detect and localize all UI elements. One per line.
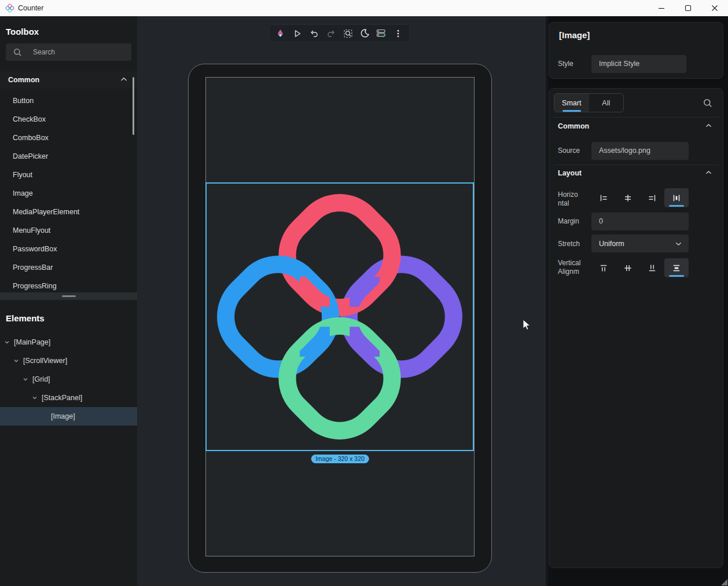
close-icon — [711, 5, 718, 12]
chevron-down-icon[interactable] — [32, 395, 38, 401]
element-tree-label: [MainPage] — [0, 333, 137, 351]
toolbox-item-list: ButtonCheckBoxComboBoxDatePickerFlyoutIm… — [0, 91, 137, 294]
hot-design-flame-button[interactable] — [273, 26, 288, 41]
chevron-up-icon[interactable] — [120, 77, 127, 82]
element-tree-label: [ScrollViewer] — [0, 351, 137, 370]
toolbox-item-combobox[interactable]: ComboBox — [0, 129, 137, 147]
valign-bottom-button[interactable] — [640, 258, 664, 277]
element-tree-item[interactable]: [Image] — [0, 407, 137, 426]
selected-element-title: [Image] — [559, 30, 590, 40]
toolbox-item-progressring[interactable]: ProgressRing — [0, 277, 137, 294]
minimize-icon — [658, 5, 665, 12]
valign-top-button[interactable] — [591, 258, 616, 277]
toolbox-item-passwordbox[interactable]: PasswordBox — [0, 240, 137, 258]
stretch-value: Uniform — [599, 240, 624, 248]
selection-outline[interactable] — [205, 182, 474, 451]
maximize-icon — [685, 5, 692, 12]
chevron-down-icon[interactable] — [13, 358, 19, 364]
zoom-selection-icon — [343, 28, 353, 38]
window-resize-grip[interactable] — [721, 579, 727, 585]
tab-all[interactable]: All — [589, 94, 624, 112]
properties-panel: [Image] Style Implicit Style Smart All C… — [548, 16, 728, 586]
chevron-up-icon[interactable] — [705, 170, 712, 175]
source-label: Source — [558, 146, 588, 155]
halign-right-button[interactable] — [640, 188, 664, 207]
play-icon — [293, 29, 302, 38]
vertical-alignment-label: Vertical Alignm — [558, 259, 588, 276]
section-divider — [554, 117, 719, 118]
property-tabs: Smart All — [554, 93, 624, 112]
toolbox-item-flyout[interactable]: Flyout — [0, 166, 137, 184]
zoom-to-selection-button[interactable] — [340, 26, 355, 41]
toolbox-item-menuflyout[interactable]: MenuFlyout — [0, 221, 137, 240]
element-tree-item[interactable]: [Grid] — [0, 370, 137, 389]
align-bottom-icon — [648, 264, 656, 272]
maximize-button[interactable] — [675, 0, 701, 16]
selection-size-badge: Image - 320 x 320 — [311, 455, 369, 463]
more-options-button[interactable] — [391, 26, 406, 41]
toolbox-item-progressbar[interactable]: ProgressBar — [0, 258, 137, 277]
align-center-icon — [624, 264, 632, 272]
halign-stretch-button[interactable] — [664, 188, 689, 207]
align-center-icon — [624, 194, 632, 202]
minimize-button[interactable] — [648, 0, 675, 16]
style-input[interactable]: Implicit Style — [591, 55, 686, 73]
vertical-alignment-group — [591, 258, 689, 277]
redo-icon — [326, 29, 336, 38]
design-canvas[interactable]: Image - 320 x 320 — [137, 16, 548, 586]
margin-input[interactable]: 0 — [591, 213, 689, 230]
tab-smart[interactable]: Smart — [554, 94, 589, 112]
flame-icon — [275, 28, 285, 38]
chevron-down-icon[interactable] — [23, 376, 28, 382]
titlebar[interactable]: Counter — [0, 0, 728, 16]
kebab-menu-icon — [394, 29, 403, 38]
toolbox-item-mediaplayerelement[interactable]: MediaPlayerElement — [0, 203, 137, 221]
layout-section-header: Layout — [558, 169, 582, 177]
halign-center-button[interactable] — [616, 188, 640, 207]
toolbox-title: Toolbox — [6, 27, 39, 36]
element-tree-item[interactable]: [MainPage] — [0, 333, 137, 351]
toolbox-section-common[interactable]: Common — [0, 71, 137, 89]
theme-toggle-button[interactable] — [357, 26, 372, 41]
moon-icon — [360, 28, 370, 38]
toolbox-search-input[interactable]: Search — [6, 43, 131, 61]
validation-button[interactable] — [374, 26, 389, 41]
valign-stretch-button[interactable] — [664, 258, 689, 277]
active-tab-indicator — [562, 110, 581, 112]
close-button[interactable] — [701, 0, 728, 16]
chevron-down-icon[interactable] — [4, 339, 10, 345]
elements-title: Elements — [6, 313, 45, 323]
undo-button[interactable] — [307, 26, 322, 41]
element-tree-item[interactable]: [StackPanel] — [0, 389, 137, 407]
toolbox-item-checkbox[interactable]: CheckBox — [0, 110, 137, 129]
element-tree-item[interactable]: [ScrollViewer] — [0, 351, 137, 370]
toolbox-item-datepicker[interactable]: DatePicker — [0, 147, 137, 166]
property-search-button[interactable] — [702, 97, 714, 109]
play-button[interactable] — [290, 26, 305, 41]
margin-label: Margin — [558, 217, 588, 226]
properties-card: Smart All Common Source Assets/logo.png … — [549, 88, 723, 568]
selected-option-indicator — [669, 275, 684, 277]
align-left-icon — [600, 194, 608, 202]
toolbox-item-image[interactable]: Image — [0, 184, 137, 203]
element-tree-label: [Image] — [0, 407, 137, 426]
toolbox-scrollbar[interactable] — [133, 77, 134, 135]
valign-center-button[interactable] — [616, 258, 640, 277]
toolbox-item-button[interactable]: Button — [0, 91, 137, 110]
section-header-label: Common — [8, 76, 39, 84]
align-stretch-icon — [672, 264, 681, 272]
stretch-select[interactable]: Uniform — [591, 235, 689, 252]
panel-splitter[interactable] — [0, 292, 137, 300]
halign-left-button[interactable] — [591, 188, 616, 207]
selected-element-card: [Image] Style Implicit Style — [549, 22, 723, 79]
redo-button[interactable] — [323, 26, 339, 41]
chevron-up-icon[interactable] — [705, 123, 712, 128]
align-stretch-icon — [672, 194, 681, 202]
search-icon — [703, 98, 712, 108]
style-label: Style — [558, 60, 588, 68]
source-input[interactable]: Assets/logo.png — [591, 142, 689, 160]
elements-tree: [MainPage][ScrollViewer][Grid][StackPane… — [0, 333, 137, 426]
device-screen[interactable]: Image - 320 x 320 — [205, 77, 475, 556]
app-window: { "window": { "title": "Counter", "contr… — [0, 0, 728, 586]
tab-all-label: All — [602, 99, 610, 107]
